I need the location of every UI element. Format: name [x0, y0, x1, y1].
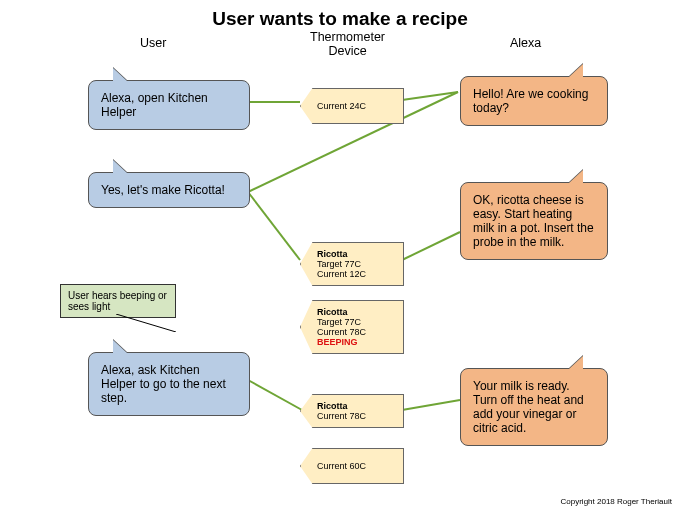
user-bubble-text: Alexa, ask Kitchen Helper to go to the n… [101, 363, 226, 405]
svg-line-6 [402, 400, 460, 410]
svg-line-4 [402, 232, 460, 260]
device-alarm: BEEPING [317, 337, 393, 347]
device-box-3: Ricotta Target 77C Current 78C BEEPING [300, 300, 404, 354]
device-line: Current 60C [317, 461, 393, 471]
svg-line-1 [402, 92, 458, 100]
device-line: Current 12C [317, 269, 393, 279]
device-box-1: Current 24C [300, 88, 404, 124]
device-box-4: Ricotta Current 78C [300, 394, 404, 428]
bubble-tail [113, 68, 127, 81]
device-title: Ricotta [317, 307, 393, 317]
svg-line-5 [248, 380, 302, 410]
device-line: Target 77C [317, 259, 393, 269]
alexa-bubble-text: Your milk is ready. Turn off the heat an… [473, 379, 584, 435]
note-text: User hears beeping or sees light [68, 290, 167, 312]
alexa-bubble-1: Hello! Are we cooking today? [460, 76, 608, 126]
device-line: Target 77C [317, 317, 393, 327]
annotation-note: User hears beeping or sees light [60, 284, 176, 318]
bubble-tail [569, 64, 583, 77]
device-line: Current 78C [317, 411, 393, 421]
note-connector [116, 314, 176, 332]
device-line: Current 78C [317, 327, 393, 337]
device-title: Ricotta [317, 249, 393, 259]
page-title: User wants to make a recipe [0, 8, 680, 30]
alexa-bubble-text: OK, ricotta cheese is easy. Start heatin… [473, 193, 594, 249]
svg-line-3 [248, 192, 300, 260]
bubble-tail [569, 170, 583, 183]
user-bubble-1: Alexa, open Kitchen Helper [88, 80, 250, 130]
alexa-bubble-2: OK, ricotta cheese is easy. Start heatin… [460, 182, 608, 260]
device-box-2: Ricotta Target 77C Current 12C [300, 242, 404, 286]
user-bubble-text: Yes, let's make Ricotta! [101, 183, 225, 197]
alexa-bubble-3: Your milk is ready. Turn off the heat an… [460, 368, 608, 446]
col-header-alexa: Alexa [510, 36, 541, 50]
alexa-bubble-text: Hello! Are we cooking today? [473, 87, 588, 115]
copyright: Copyright 2018 Roger Theriault [561, 497, 672, 506]
bubble-tail [113, 160, 127, 173]
col-header-device: Thermometer Device [310, 30, 385, 58]
device-title: Ricotta [317, 401, 393, 411]
user-bubble-2: Yes, let's make Ricotta! [88, 172, 250, 208]
device-line: Current 24C [317, 101, 393, 111]
bubble-tail [113, 340, 127, 353]
user-bubble-3: Alexa, ask Kitchen Helper to go to the n… [88, 352, 250, 416]
col-header-user: User [140, 36, 166, 50]
svg-line-7 [116, 314, 176, 332]
device-box-5: Current 60C [300, 448, 404, 484]
user-bubble-text: Alexa, open Kitchen Helper [101, 91, 208, 119]
bubble-tail [569, 356, 583, 369]
